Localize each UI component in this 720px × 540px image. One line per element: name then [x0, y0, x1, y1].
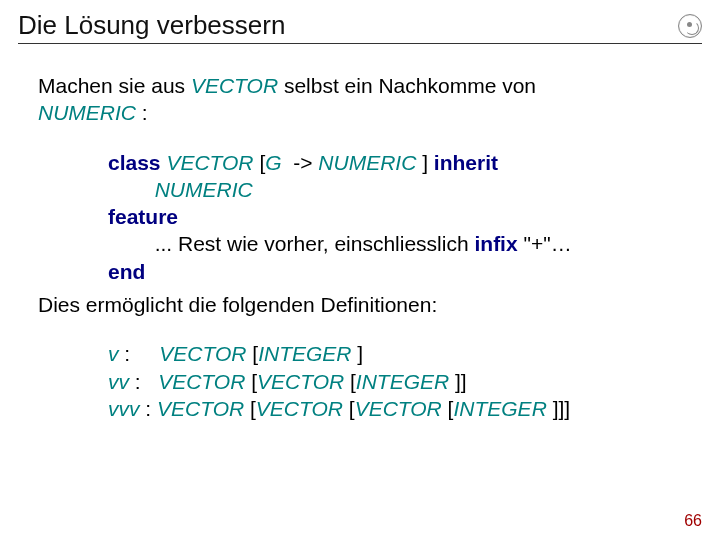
- intro-part: Machen sie aus: [38, 74, 191, 97]
- class-ref: VECTOR: [158, 370, 251, 393]
- txt: [: [254, 151, 266, 174]
- code-line: class VECTOR [G -> NUMERIC ] inherit: [108, 149, 692, 176]
- logo-icon: [678, 14, 702, 38]
- txt: ->: [287, 151, 318, 174]
- indent: [108, 178, 155, 201]
- txt: ]: [357, 342, 363, 365]
- def-line: vv : VECTOR [VECTOR [INTEGER ]]: [108, 368, 692, 395]
- keyword: end: [108, 260, 145, 283]
- txt: :: [129, 370, 158, 393]
- paragraph: Dies ermöglicht die folgenden Definition…: [38, 291, 692, 318]
- code-block: class VECTOR [G -> NUMERIC ] inherit NUM…: [38, 149, 692, 285]
- class-ref: NUMERIC: [318, 151, 422, 174]
- def-line: vvv : VECTOR [VECTOR [VECTOR [INTEGER ]]…: [108, 395, 692, 422]
- var: vv: [108, 370, 129, 393]
- indent: ...: [108, 232, 178, 255]
- class-ref: VECTOR: [159, 342, 252, 365]
- code-line: feature: [108, 203, 692, 230]
- intro-text: Machen sie aus VECTOR selbst ein Nachkom…: [38, 72, 692, 127]
- class-ref: VECTOR: [257, 370, 350, 393]
- class-ref: INTEGER: [453, 397, 552, 420]
- txt: ]: [564, 397, 570, 420]
- def-line: v : VECTOR [INTEGER ]: [108, 340, 692, 367]
- class-ref: VECTOR: [355, 397, 448, 420]
- class-ref: VECTOR: [191, 74, 278, 97]
- page-number: 66: [684, 512, 702, 530]
- generic: G: [265, 151, 287, 174]
- class-ref: INTEGER: [258, 342, 357, 365]
- code-line: NUMERIC: [108, 176, 692, 203]
- var: v: [108, 342, 119, 365]
- title-row: Die Lösung verbessern: [18, 10, 702, 44]
- txt: Rest wie vorher, einschliesslich: [178, 232, 474, 255]
- keyword: class: [108, 151, 161, 174]
- intro-part: selbst ein Nachkomme von: [278, 74, 536, 97]
- keyword: feature: [108, 205, 178, 228]
- content: Machen sie aus VECTOR selbst ein Nachkom…: [18, 72, 702, 422]
- slide-title: Die Lösung verbessern: [18, 10, 285, 41]
- intro-part: :: [136, 101, 148, 124]
- code-line: end: [108, 258, 692, 285]
- txt: :: [140, 397, 158, 420]
- txt: ]: [461, 370, 467, 393]
- class-ref: VECTOR: [166, 151, 253, 174]
- keyword: infix: [474, 232, 517, 255]
- txt: "+"…: [518, 232, 572, 255]
- definitions: v : VECTOR [INTEGER ] vv : VECTOR [VECTO…: [38, 340, 692, 422]
- code-line: ... Rest wie vorher, einschliesslich inf…: [108, 230, 692, 257]
- txt: :: [119, 342, 160, 365]
- txt: ]: [422, 151, 434, 174]
- class-ref: NUMERIC: [38, 101, 136, 124]
- class-ref: VECTOR: [256, 397, 349, 420]
- keyword: inherit: [434, 151, 498, 174]
- var: vvv: [108, 397, 140, 420]
- class-ref: INTEGER: [356, 370, 455, 393]
- class-ref: VECTOR: [157, 397, 250, 420]
- class-ref: NUMERIC: [155, 178, 259, 201]
